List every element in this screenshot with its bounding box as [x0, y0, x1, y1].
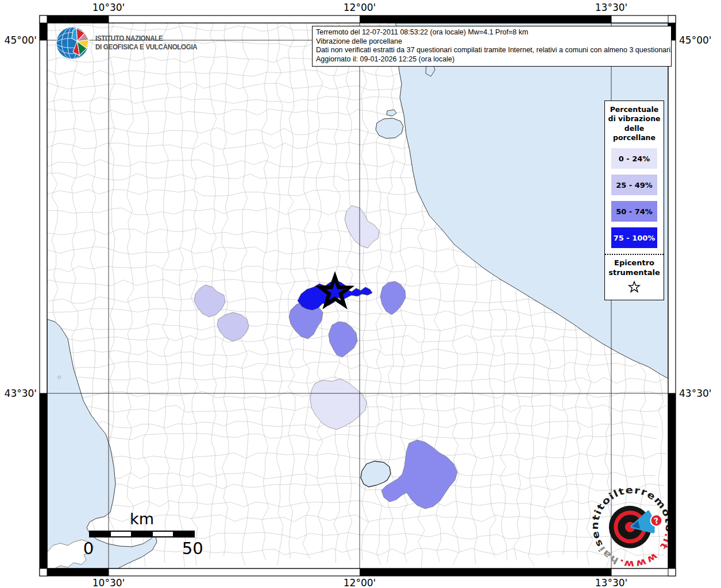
legend-box: Percentuale di vibrazione delle porcella…: [604, 100, 664, 300]
legend-epicenter-line1: Epicentro: [605, 258, 664, 268]
legend-title: Percentuale di vibrazione delle porcella…: [605, 105, 664, 142]
axis-label-bottom-1200: 12°00': [344, 577, 376, 588]
axis-label-top-1200: 12°00': [344, 2, 376, 13]
legend-swatch-75-100: 75 - 100%: [611, 227, 657, 248]
axis-label-left-4500: 45°00': [1, 34, 37, 46]
ingv-name-line1: ISTITUTO NAZIONALE: [95, 34, 197, 43]
legend-swatch-0-24: 0 - 24%: [611, 148, 657, 169]
legend-epicenter-line2: strumentale: [605, 268, 664, 278]
axis-label-right-4330: 43°30': [679, 388, 711, 399]
scale-bar: km 0 50: [89, 511, 195, 556]
scale-bar-segments: [89, 531, 195, 537]
axis-label-left-4330: 43°30': [1, 388, 37, 399]
scale-unit-label: km: [89, 511, 195, 527]
macroseismic-map-page: www.haisentitoilterremoto.it ?: [0, 0, 721, 588]
ingv-logo: ISTITUTO NAZIONALE DI GEOFISICA E VULCAN…: [55, 25, 202, 61]
legend-star-icon: [627, 280, 641, 294]
earthquake-info-box: Terremoto del 12-07-2011 08:53:22 (ora l…: [312, 26, 672, 67]
scale-end-label: 50: [182, 539, 203, 558]
axis-label-top-1330: 13°30': [595, 2, 627, 13]
ingv-globe-icon: [55, 25, 91, 61]
axis-label-top-1030: 10°30': [92, 2, 125, 13]
scale-start-label: 0: [83, 539, 94, 558]
info-line-updated: Aggiornato il: 09-01-2026 12:25 (ora loc…: [316, 55, 668, 64]
axis-label-right-4500: 45°00': [679, 34, 711, 46]
info-line-event: Terremoto del 12-07-2011 08:53:22 (ora l…: [316, 28, 668, 37]
ingv-name-line2: DI GEOFISICA E VULCANOLOGIA: [95, 43, 197, 52]
axis-label-bottom-1330: 13°30': [595, 577, 627, 588]
legend-swatch-25-49: 25 - 49%: [611, 175, 657, 195]
info-line-effect: Vibrazione delle porcellane: [316, 37, 668, 47]
islet: [58, 376, 60, 378]
legend-swatch-50-74: 50 - 74%: [611, 201, 657, 222]
axis-label-bottom-1030: 10°30': [92, 577, 125, 588]
legend-divider: [605, 254, 664, 255]
info-line-source: Dati non verificati estratti da 37 quest…: [316, 46, 668, 55]
